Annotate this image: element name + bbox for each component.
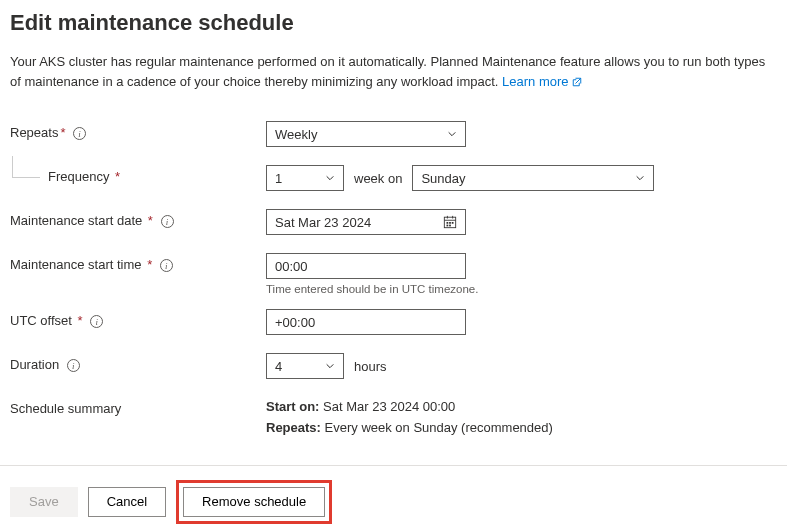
svg-rect-4: [447, 222, 449, 224]
calendar-icon: [443, 215, 457, 229]
frequency-label: Frequency *: [10, 169, 266, 184]
info-icon[interactable]: i: [90, 315, 103, 328]
save-button: Save: [10, 487, 78, 517]
duration-select[interactable]: 4: [266, 353, 344, 379]
utc-offset-input[interactable]: +00:00: [266, 309, 466, 335]
hours-text: hours: [354, 359, 387, 374]
start-date-input[interactable]: Sat Mar 23 2024: [266, 209, 466, 235]
day-select[interactable]: Sunday: [412, 165, 654, 191]
info-icon[interactable]: i: [67, 359, 80, 372]
external-link-icon: [571, 76, 583, 88]
schedule-summary: Start on: Sat Mar 23 2024 00:00 Repeats:…: [266, 397, 553, 439]
info-icon[interactable]: i: [160, 259, 173, 272]
remove-schedule-button[interactable]: Remove schedule: [183, 487, 325, 517]
svg-rect-5: [449, 222, 451, 224]
repeats-label: Repeats* i: [10, 121, 266, 140]
duration-label: Duration i: [10, 353, 266, 372]
remove-highlight: Remove schedule: [176, 480, 332, 524]
start-time-input[interactable]: 00:00: [266, 253, 466, 279]
utc-offset-label: UTC offset * i: [10, 309, 266, 328]
footer-actions: Save Cancel Remove schedule: [0, 465, 787, 532]
summary-label: Schedule summary: [10, 397, 266, 416]
page-title: Edit maintenance schedule: [10, 10, 777, 36]
frequency-select[interactable]: 1: [266, 165, 344, 191]
chevron-down-icon: [635, 173, 645, 183]
svg-rect-6: [452, 222, 454, 224]
chevron-down-icon: [325, 361, 335, 371]
page-description: Your AKS cluster has regular maintenance…: [10, 52, 777, 91]
info-icon[interactable]: i: [161, 215, 174, 228]
info-icon[interactable]: i: [73, 127, 86, 140]
svg-rect-7: [447, 225, 449, 227]
svg-rect-8: [449, 225, 451, 227]
cancel-button[interactable]: Cancel: [88, 487, 166, 517]
start-time-label: Maintenance start time * i: [10, 253, 266, 272]
start-date-label: Maintenance start date * i: [10, 209, 266, 228]
week-on-text: week on: [354, 171, 402, 186]
chevron-down-icon: [447, 129, 457, 139]
time-helper-text: Time entered should be in UTC timezone.: [266, 283, 478, 295]
repeats-select[interactable]: Weekly: [266, 121, 466, 147]
chevron-down-icon: [325, 173, 335, 183]
learn-more-link[interactable]: Learn more: [502, 74, 582, 89]
